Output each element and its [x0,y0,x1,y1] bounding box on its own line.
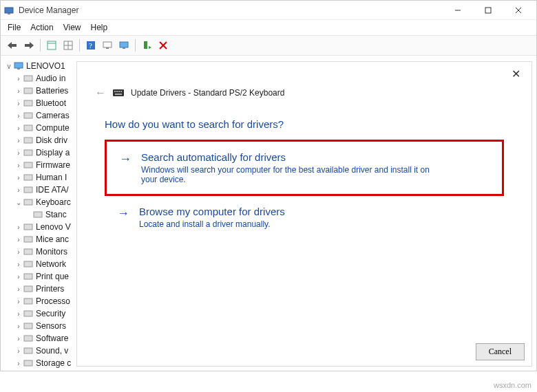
device-icon [23,234,34,245]
minimize-button[interactable] [443,1,473,20]
expander-icon[interactable]: ⌄ [14,199,23,206]
svg-text:?: ? [89,41,92,50]
tree-item[interactable]: ›Software [5,332,75,345]
tree-item[interactable]: ›Network [5,258,75,270]
expander-icon[interactable]: › [14,298,23,305]
svg-rect-3 [485,8,491,13]
expander-icon[interactable]: › [14,323,23,330]
svg-rect-40 [24,274,32,279]
menu-view[interactable]: View [63,23,81,32]
svg-rect-49 [113,89,124,96]
svg-rect-18 [123,47,125,49]
app-icon [3,5,14,16]
tree-item[interactable]: ›Bluetoot [5,97,75,109]
tree-item[interactable]: ›Human I [5,171,75,184]
tree-item[interactable]: ›Audio in [5,72,75,85]
tree-item[interactable]: ›Sensors [5,320,75,332]
tree-item[interactable]: ›Security [5,307,75,320]
grid-button[interactable] [61,38,76,53]
expander-icon[interactable]: › [14,310,23,318]
expander-icon[interactable]: › [14,347,23,355]
tree-item[interactable]: ›Monitors [5,246,75,258]
forward-button[interactable] [21,38,36,53]
expander-icon[interactable]: › [14,248,23,256]
svg-rect-17 [120,42,128,47]
device-icon [23,259,34,270]
option-search-automatically[interactable]: → Search automatically for drivers Windo… [105,140,504,196]
tree-item[interactable]: ›Sound, v [5,345,75,357]
scan-button[interactable] [100,38,115,53]
properties-button[interactable] [44,38,59,53]
expander-icon[interactable]: › [14,162,23,169]
expander-icon[interactable]: › [14,75,23,83]
expander-icon[interactable]: › [14,124,23,132]
svg-rect-24 [24,76,32,81]
tree-item[interactable]: ›Batteries [5,85,75,97]
svg-rect-6 [12,44,17,47]
expander-icon[interactable]: › [14,285,23,293]
tree-item[interactable]: ›Compute [5,122,75,134]
separator-icon [79,39,80,52]
update-driver-button[interactable] [139,38,154,53]
tree-item[interactable]: ⌄Keyboarc [5,196,75,208]
arrow-right-icon: → [117,207,129,229]
tree-item[interactable]: ›IDE ATA/ [5,184,75,196]
expander-icon[interactable]: › [14,236,23,243]
tree-item[interactable]: ›Processo [5,295,75,307]
expander-icon[interactable]: › [14,224,23,231]
menu-action[interactable]: Action [30,23,53,32]
tree-item-label: Software [36,334,68,343]
maximize-button[interactable] [473,1,503,20]
expander-icon[interactable]: › [14,186,23,194]
tree-root[interactable]: vLENOVO1 [5,60,75,72]
tree-item[interactable]: ›Cameras [5,109,75,122]
option-browse-computer[interactable]: → Browse my computer for drivers Locate … [105,196,504,239]
help-button[interactable]: ? [83,38,98,53]
expander-icon[interactable]: › [14,335,23,342]
option-desc: Windows will search your computer for th… [141,165,430,184]
tree-item[interactable]: ›Display a [5,146,75,159]
expander-icon[interactable]: › [14,87,23,95]
expander-icon[interactable]: › [14,137,23,144]
tree-item[interactable]: Stanc [5,208,75,221]
expander-icon[interactable]: › [14,273,23,281]
tree-item[interactable]: ›Disk driv [5,134,75,146]
expander-icon[interactable]: › [14,174,23,182]
device-icon [23,358,34,369]
tree-item[interactable]: ›Printers [5,283,75,295]
svg-rect-33 [24,187,32,193]
tree-item[interactable]: ›Storage c [5,357,75,369]
tree-item-label: Compute [36,123,70,133]
svg-rect-45 [24,336,32,341]
expander-icon[interactable]: › [14,100,23,107]
tree-item[interactable]: ›Firmware [5,159,75,171]
toolbar: ? [1,35,536,56]
device-icon [23,308,34,319]
expander-icon[interactable]: › [14,149,23,157]
expander-icon[interactable]: › [14,360,23,367]
expander-icon[interactable]: › [14,112,23,120]
menu-help[interactable]: Help [91,23,108,32]
back-button[interactable] [5,38,20,53]
device-tree[interactable]: vLENOVO1›Audio in›Batteries›Bluetoot›Cam… [1,56,76,369]
svg-rect-42 [24,298,32,304]
tree-item-label: Lenovo V [36,222,71,232]
tree-item-label: Disk driv [36,135,67,145]
tree-item-label: Storage c [36,358,71,368]
close-icon[interactable]: ✕ [512,67,520,80]
uninstall-button[interactable] [156,38,171,53]
tree-item[interactable]: ›Lenovo V [5,221,75,233]
tree-item[interactable]: ›Print que [5,270,75,283]
keyboard-icon [113,87,124,98]
expander-icon[interactable]: › [14,261,23,268]
cancel-button[interactable]: Cancel [476,343,525,360]
svg-rect-7 [25,44,30,47]
tree-item-label: Monitors [36,247,67,257]
tree-item[interactable]: ›Mice anc [5,233,75,246]
back-arrow-icon[interactable]: ← [95,87,106,99]
computer-button[interactable] [116,38,131,53]
menu-file[interactable]: File [8,23,21,32]
close-button[interactable] [503,1,534,20]
window-title: Device Manager [19,6,78,15]
option-desc: Locate and install a driver manually. [139,219,285,229]
